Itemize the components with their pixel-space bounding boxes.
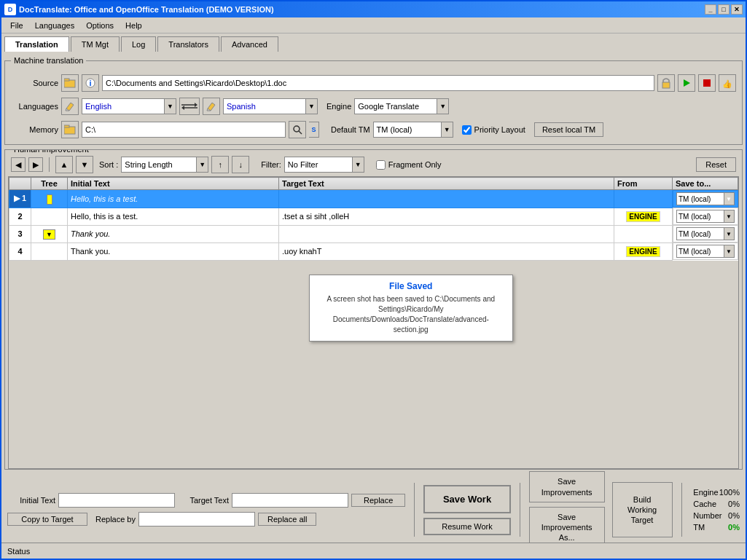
tab-log[interactable]: Log <box>121 36 156 52</box>
replace-all-button[interactable]: Replace all <box>258 513 316 526</box>
build-working-target-button[interactable]: Build WorkingTarget <box>612 482 673 538</box>
target-text-cell[interactable]: .uoy knahT <box>279 242 614 260</box>
from-cell: ENGINE <box>614 242 673 260</box>
menu-options[interactable]: Options <box>80 20 120 31</box>
source-label: Source <box>11 79 58 87</box>
fragment-only-checkbox[interactable] <box>376 160 386 170</box>
minimize-button[interactable]: _ <box>705 4 716 15</box>
svg-point-18 <box>294 126 300 132</box>
tab-translators[interactable]: Translators <box>157 36 219 52</box>
reset-filter-button[interactable]: Reset <box>696 157 736 172</box>
default-tm-label: Default TM <box>331 125 370 134</box>
tab-advanced[interactable]: Advanced <box>221 36 278 52</box>
initial-text-cell[interactable]: Thank you. <box>68 242 279 260</box>
stat-number-value: 0% <box>728 511 740 520</box>
fragment-only-row: Fragment Only <box>376 160 442 170</box>
save-improvements-button[interactable]: SaveImprovements <box>529 471 605 502</box>
target-text-input[interactable] <box>232 493 348 508</box>
sort-arrow[interactable]: ▼ <box>196 157 208 172</box>
menu-languages[interactable]: Languages <box>29 20 80 31</box>
tree-cell[interactable] <box>31 208 68 225</box>
replace-button[interactable]: Replace <box>351 494 405 507</box>
initial-text-cell[interactable]: Hello, this is a test. <box>68 208 279 225</box>
priority-layout-checkbox[interactable] <box>462 125 472 135</box>
svg-rect-6 <box>703 79 711 87</box>
divider-1 <box>414 483 415 537</box>
tree-cell[interactable] <box>31 242 68 260</box>
memory-search-button[interactable] <box>289 121 306 138</box>
filter-dropdown[interactable]: No Filter ▼ <box>284 157 364 173</box>
target-language-arrow[interactable]: ▼ <box>305 99 317 114</box>
move-up-button[interactable]: ▲ <box>55 156 73 173</box>
saveto-cell[interactable]: TM (local)▼ <box>673 208 738 225</box>
initial-text-label: Initial Text <box>4 496 55 505</box>
default-tm-dropdown[interactable]: TM (local) ▼ <box>373 122 453 138</box>
default-tm-arrow[interactable]: ▼ <box>441 122 453 137</box>
svg-line-19 <box>299 131 302 134</box>
sort-asc-button[interactable]: ↑ <box>211 156 229 173</box>
source-info-button[interactable]: i <box>82 74 99 92</box>
replace-by-label: Replace by <box>90 515 136 524</box>
stat-tm-value: 0% <box>728 523 740 532</box>
initial-text-input[interactable] <box>58 493 175 508</box>
sort-dropdown[interactable]: String Length ▼ <box>121 157 208 173</box>
nav-prev-button[interactable]: ◀ <box>11 157 26 172</box>
filter-arrow[interactable]: ▼ <box>352 157 364 172</box>
target-text-cell[interactable]: .tset a si siht ,olleH <box>279 208 614 225</box>
table-row[interactable]: 3▼Thank you.TM (local)▼ <box>9 225 738 242</box>
replace-by-input[interactable] <box>138 512 255 527</box>
maximize-button[interactable]: □ <box>718 4 730 15</box>
engine-dropdown-arrow[interactable]: ▼ <box>437 99 448 114</box>
src-lang-pencil-button[interactable] <box>61 98 79 115</box>
table-row[interactable]: 4Thank you..uoy knahTENGINETM (local)▼ <box>9 242 738 260</box>
source-lock-button[interactable] <box>657 74 675 92</box>
initial-text-cell[interactable]: Hello, this is a test. <box>68 190 279 208</box>
saveto-cell[interactable]: TM (local)▼ <box>673 225 738 242</box>
status-text: Status <box>7 547 30 556</box>
table-row[interactable]: 2Hello, this is a test..tset a si siht ,… <box>9 208 738 225</box>
tree-cell[interactable] <box>31 190 68 208</box>
source-stop-button[interactable] <box>698 74 716 92</box>
machine-translation-title: Machine translation <box>11 56 86 65</box>
copy-to-target-button[interactable]: Copy to Target <box>7 513 87 526</box>
target-text-cell[interactable] <box>279 225 614 242</box>
tab-tm-mgt[interactable]: TM Mgt <box>71 36 120 52</box>
target-text-cell[interactable] <box>279 190 614 208</box>
target-language-dropdown[interactable]: Spanish ▼ <box>223 98 318 114</box>
close-button[interactable]: ✕ <box>731 4 743 15</box>
save-work-button[interactable]: Save Work <box>423 485 511 513</box>
machine-translation-panel: Machine translation Source i <box>4 60 743 145</box>
fragment-only-label: Fragment Only <box>388 160 442 169</box>
source-language-value: English <box>82 102 164 111</box>
stat-cache-row: Cache 0% <box>693 500 740 508</box>
reset-local-tm-button[interactable]: Reset local TM <box>534 122 603 137</box>
source-language-arrow[interactable]: ▼ <box>164 99 176 114</box>
sort-desc-button[interactable]: ↓ <box>232 156 249 173</box>
table-row[interactable]: ▶ 1Hello, this is a test.TM (local)▼ <box>9 190 738 208</box>
filter-label: Filter: <box>261 160 281 169</box>
menu-help[interactable]: Help <box>120 20 148 31</box>
stat-cache-label: Cache <box>693 500 716 508</box>
tab-translation[interactable]: Translation <box>4 36 69 52</box>
source-language-dropdown[interactable]: English ▼ <box>82 98 176 114</box>
tgt-lang-pencil-button[interactable] <box>203 98 220 115</box>
memory-folder-button[interactable] <box>61 121 79 138</box>
engine-dropdown[interactable]: Google Translate ▼ <box>354 98 449 114</box>
source-play-button[interactable] <box>678 74 695 92</box>
lang-swap-button[interactable] <box>179 98 200 115</box>
svg-rect-4 <box>662 82 670 88</box>
nav-next-button[interactable]: ▶ <box>28 157 43 172</box>
saveto-cell[interactable]: TM (local)▼ <box>673 190 738 208</box>
source-path-input[interactable] <box>102 75 654 91</box>
window-controls: _ □ ✕ <box>705 4 743 15</box>
menu-file[interactable]: File <box>4 20 29 31</box>
source-thumb-button[interactable]: 👍 <box>719 74 736 92</box>
saveto-cell[interactable]: TM (local)▼ <box>673 242 738 260</box>
tree-cell[interactable]: ▼ <box>31 225 68 242</box>
source-folder-button[interactable] <box>61 74 79 92</box>
stat-engine-value: 100% <box>719 488 740 497</box>
resume-work-button[interactable]: Resume Work <box>423 518 511 535</box>
move-down-button[interactable]: ▼ <box>76 156 93 173</box>
col-saveto: Save to... <box>673 178 738 190</box>
initial-text-cell[interactable]: Thank you. <box>68 225 279 242</box>
